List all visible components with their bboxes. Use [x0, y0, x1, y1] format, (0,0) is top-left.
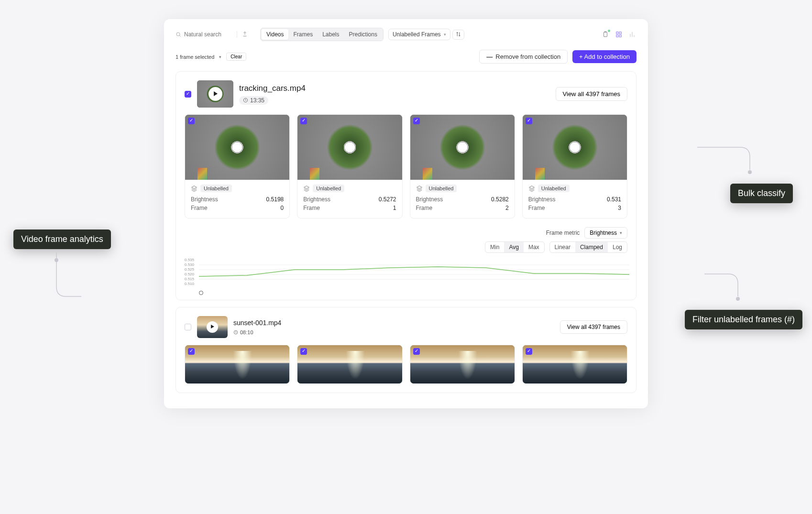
filter-label: Unlabelled Frames [393, 31, 441, 38]
svg-rect-5 [616, 35, 618, 37]
view-all-button[interactable]: View all 4397 frames [556, 87, 627, 101]
frame-checkbox[interactable] [526, 348, 532, 355]
chevron-down-icon: ▾ [444, 32, 446, 37]
frame-card[interactable] [410, 345, 515, 384]
metric-select[interactable]: Brightness ▾ [584, 227, 627, 239]
grid-view-icon[interactable] [614, 30, 623, 39]
metric-label: Frame metric [546, 230, 580, 236]
brightness-label: Brightness [303, 196, 330, 203]
agg-max[interactable]: Max [524, 242, 544, 252]
frame-card[interactable]: Unlabelled Brightness0.5198 Frame0 [185, 114, 290, 219]
video-title: tracking_cars.mp4 [239, 84, 306, 93]
svg-point-13 [55, 258, 58, 262]
clock-icon [233, 330, 238, 335]
video-meta: tracking_cars.mp4 13:35 [239, 84, 306, 105]
selection-row: 1 frame selected ▾ Clear — Remove from c… [176, 50, 636, 64]
filter-select[interactable]: Unlabelled Frames ▾ [388, 29, 450, 40]
metric-selected: Brightness [590, 230, 617, 236]
frame-checkbox[interactable] [413, 118, 420, 124]
layers-icon [191, 185, 198, 192]
frame-card[interactable] [185, 345, 290, 384]
frame-label-badge: Unlabelled [200, 185, 232, 192]
brightness-value: 0.5282 [491, 196, 509, 203]
sort-button[interactable] [452, 30, 464, 40]
frame-checkbox[interactable] [300, 118, 307, 124]
frame-card[interactable]: Unlabelled Brightness0.531 Frame3 [522, 114, 627, 219]
svg-line-1 [179, 35, 180, 36]
remove-collection-button[interactable]: — Remove from collection [479, 50, 568, 64]
frame-checkbox[interactable] [413, 348, 420, 355]
frame-label-badge: Unlabelled [426, 185, 457, 192]
tab-predictions[interactable]: Predictions [344, 29, 382, 40]
frame-image [297, 345, 402, 383]
view-all-button[interactable]: View all 4397 frames [560, 320, 627, 334]
selection-count: 1 frame selected [176, 54, 214, 60]
chart-cursor-dot[interactable] [199, 291, 203, 295]
layers-icon [416, 185, 423, 192]
tab-videos[interactable]: Videos [262, 29, 288, 40]
video-group: sunset-001.mp4 08:10 View all 4397 frame… [176, 307, 636, 393]
chevron-down-icon: ▾ [620, 230, 622, 235]
frame-image [410, 115, 515, 180]
connector-line [697, 143, 755, 189]
frame-card[interactable]: Unlabelled Brightness0.5282 Frame2 [410, 114, 515, 219]
frame-index-label: Frame [416, 205, 433, 211]
agg-toggle: Min Avg Max [485, 241, 544, 253]
tab-labels[interactable]: Labels [318, 29, 344, 40]
callout-analytics: Video frame analytics [13, 230, 111, 249]
duration-badge: 08:10 [233, 329, 253, 335]
brightness-label: Brightness [416, 196, 443, 203]
brightness-label: Brightness [191, 196, 218, 203]
duration-text: 08:10 [240, 329, 253, 335]
chart-line [199, 260, 629, 284]
upload-icon[interactable] [242, 31, 248, 38]
frame-card[interactable] [297, 345, 402, 384]
frame-checkbox[interactable] [188, 118, 195, 124]
duration-text: 13:35 [250, 97, 264, 104]
frame-checkbox[interactable] [526, 118, 532, 124]
svg-rect-3 [616, 32, 618, 34]
callout-filter: Filter unlabelled frames (#) [685, 310, 802, 329]
scale-toggle: Linear Clamped Log [549, 241, 627, 253]
clipboard-icon[interactable] [601, 30, 610, 39]
svg-point-15 [736, 297, 740, 301]
tab-frames[interactable]: Frames [288, 29, 318, 40]
clock-icon [243, 98, 248, 103]
connector-line [53, 249, 81, 301]
video-thumbnail[interactable] [197, 316, 228, 338]
scale-linear[interactable]: Linear [550, 242, 575, 252]
frame-index-label: Frame [528, 205, 545, 211]
clear-button[interactable]: Clear [226, 53, 246, 61]
agg-avg[interactable]: Avg [504, 242, 523, 252]
video-checkbox[interactable] [185, 324, 191, 330]
video-checkbox[interactable] [185, 91, 191, 98]
brightness-value: 0.531 [607, 196, 621, 203]
remove-label: Remove from collection [495, 53, 560, 60]
scale-log[interactable]: Log [608, 242, 627, 252]
connector-line [704, 270, 743, 304]
frame-index-value: 2 [505, 205, 509, 211]
topbar: Videos Frames Labels Predictions Unlabel… [176, 28, 636, 41]
frame-index-value: 1 [393, 205, 396, 211]
brightness-value: 0.5272 [379, 196, 396, 203]
scale-clamped[interactable]: Clamped [575, 242, 608, 252]
add-collection-button[interactable]: + Add to collection [572, 50, 636, 63]
layers-icon [528, 185, 535, 192]
video-thumbnail[interactable] [197, 80, 233, 108]
frame-image [185, 115, 289, 180]
frame-grid: Unlabelled Brightness0.5198 Frame0 Unlab… [185, 114, 627, 219]
play-icon [207, 321, 218, 333]
agg-min[interactable]: Min [485, 242, 504, 252]
frame-image [523, 345, 627, 383]
frame-checkbox[interactable] [188, 348, 195, 355]
frame-card[interactable]: Unlabelled Brightness0.5272 Frame1 [297, 114, 402, 219]
duration-badge: 13:35 [239, 96, 268, 105]
bar-chart-icon[interactable] [628, 30, 636, 39]
search-input[interactable] [184, 31, 232, 38]
video-header: tracking_cars.mp4 13:35 View all 4397 fr… [185, 80, 627, 108]
svg-point-14 [748, 170, 752, 174]
video-meta: sunset-001.mp4 08:10 [233, 319, 281, 335]
frame-card[interactable] [522, 345, 627, 384]
chevron-down-icon[interactable]: ▾ [219, 55, 221, 59]
frame-checkbox[interactable] [300, 348, 307, 355]
